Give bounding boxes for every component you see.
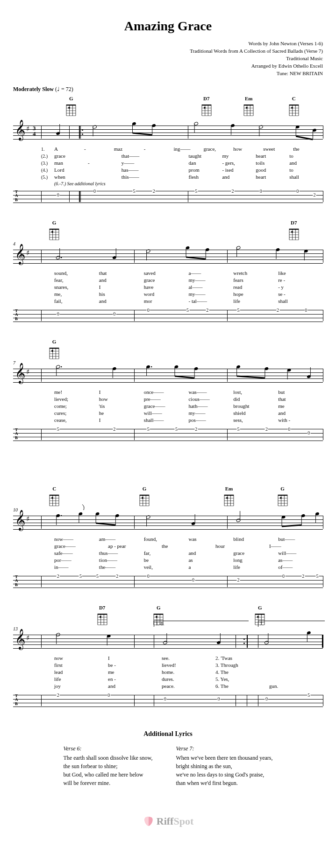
lyric-syllable: first	[54, 662, 108, 668]
additional-lyric-line: than when we'd first begun.	[176, 779, 272, 787]
barline	[323, 369, 323, 382]
tab-fret-number: 0	[307, 430, 310, 435]
chord-C: C	[49, 486, 60, 507]
lyric-syllable: the	[162, 543, 215, 549]
lyric-syllable: did	[233, 396, 278, 402]
svg-rect-137	[50, 495, 59, 496]
lyric-syllable: a	[188, 564, 233, 570]
lyrics-block: 1. A-maz-ing——grace,howsweetthe (2.) gra…	[41, 146, 323, 186]
chord-row: G D7 Em C	[13, 96, 323, 118]
lyric-syllable: to	[289, 167, 323, 173]
lyric-syllable: y——	[122, 160, 155, 166]
notes-area	[41, 628, 323, 654]
lyric-syllable: grace,	[203, 146, 233, 152]
treble-clef-icon: 𝄞	[15, 121, 25, 139]
tab-fret-number: 0	[57, 192, 60, 197]
lyric-syllable	[155, 153, 189, 159]
tab-barline	[323, 310, 323, 321]
verse-number: (5.)	[41, 175, 54, 180]
lyric-syllable: toils	[256, 160, 289, 166]
lyric-syllable: 'tis	[99, 403, 144, 409]
lyric-syllable: but	[278, 389, 323, 395]
svg-point-21	[204, 107, 206, 109]
lyric-syllable: far,	[144, 550, 189, 556]
lyric-syllable: heart	[256, 153, 289, 159]
lyric-syllable: home.	[162, 669, 215, 675]
lyric-syllable: lead	[54, 669, 108, 675]
music-systems: G D7 Em C 𝄞♯34 1. A-maz-ing——grace,howsw…	[13, 96, 323, 712]
lyric-syllable: life	[233, 298, 278, 304]
chord-diagram-icon	[288, 227, 300, 241]
tablature-staff: TAB525525200	[13, 425, 323, 446]
lyric-syllable: of——	[278, 564, 323, 570]
svg-point-180	[280, 497, 282, 499]
tab-fret-number: 0	[57, 311, 60, 316]
svg-point-158	[142, 497, 143, 499]
lyric-syllable: have	[144, 284, 189, 290]
lyric-syllable: like	[278, 270, 323, 276]
lyric-syllable: was	[188, 536, 233, 542]
additional-lyric-line: we've no less days to sing God's praise,	[176, 770, 272, 779]
lyric-syllable	[269, 676, 323, 682]
lyric-syllable: my——	[188, 291, 233, 297]
lyric-syllable: has——	[122, 167, 155, 173]
lyric-syllable: tion——	[99, 557, 144, 563]
lyric-syllable: hath——	[188, 403, 233, 409]
additional-lyric-line: The earth shall soon dissolve like snow,	[64, 754, 153, 762]
lyric-syllable: life	[233, 564, 278, 570]
tab-fret-number: 2	[113, 427, 116, 432]
lyric-line: 1. A-maz-ing——grace,howsweetthe	[41, 146, 323, 153]
svg-rect-204	[98, 614, 107, 615]
music-staff: 10𝄞♯	[13, 509, 323, 535]
svg-line-95	[186, 257, 206, 259]
chord-label: G	[52, 339, 57, 344]
lyric-syllable: sound,	[54, 270, 99, 276]
notes-area	[41, 119, 323, 145]
lyric-line: cease,Ishall——pos——sess,with -	[41, 417, 323, 424]
lyric-syllable: grace	[54, 153, 88, 159]
lyric-syllable: blind	[233, 536, 278, 542]
credit-line: Tune: NEW BRITAIN	[13, 70, 323, 77]
lyric-syllable: a——	[188, 270, 233, 276]
lyric-syllable: por——	[54, 557, 99, 563]
svg-point-183	[61, 515, 62, 516]
lyric-syllable: 5. Yes,	[215, 676, 269, 682]
lyric-syllable: - ised	[222, 167, 256, 173]
lyric-line: leadmehome.4. The	[41, 669, 323, 676]
svg-point-214	[100, 616, 101, 618]
barline	[323, 516, 323, 529]
lyric-syllable: my——	[188, 410, 233, 416]
tab-fret-number: 2	[57, 693, 60, 698]
chord-G: G	[277, 486, 288, 507]
chord-diagram-icon	[277, 493, 288, 507]
chord-diagram-icon	[223, 493, 235, 507]
lyric-syllable: now——	[54, 536, 99, 542]
lyric-line: come;'tisgrace——hath——broughtme	[41, 403, 323, 410]
lyric-syllable: grace——	[54, 543, 108, 549]
tab-fret-number: 0	[296, 189, 299, 194]
lyric-syllable: this——	[122, 174, 155, 180]
lyric-syllable: in——	[54, 564, 99, 570]
tab-fret-number: 5	[237, 427, 240, 432]
svg-point-122	[151, 366, 152, 367]
lyric-syllable: now	[54, 655, 108, 661]
lyric-line: grace——ap - pearthehourI——	[41, 543, 323, 550]
lyric-syllable: -	[84, 146, 114, 152]
ending-bracket: 7.	[258, 621, 325, 627]
lyric-syllable	[88, 153, 122, 159]
tablature-staff: TAB200005	[13, 691, 323, 712]
lyrics-block: me!Ionce——was——lost,but lieved;howpre——c…	[41, 389, 323, 424]
tab-fret-number: 5	[175, 427, 178, 432]
additional-lyric-line: bright shining as the sun,	[176, 762, 272, 770]
lyric-syllable: heart	[256, 174, 289, 180]
chord-diagram-icon	[65, 103, 77, 117]
lyric-syllable: lost,	[233, 389, 278, 395]
tab-fret-number: 0	[147, 574, 150, 579]
lyric-syllable: to	[289, 153, 323, 159]
lyric-syllable: pre——	[144, 396, 189, 402]
svg-line-50	[132, 133, 152, 135]
tab-fret-number: 5	[307, 693, 310, 698]
lyric-line: me,hiswordmy——hopese -	[41, 291, 323, 298]
tab-fret-number: 5	[315, 574, 319, 579]
lyric-syllable: mor	[144, 298, 189, 304]
